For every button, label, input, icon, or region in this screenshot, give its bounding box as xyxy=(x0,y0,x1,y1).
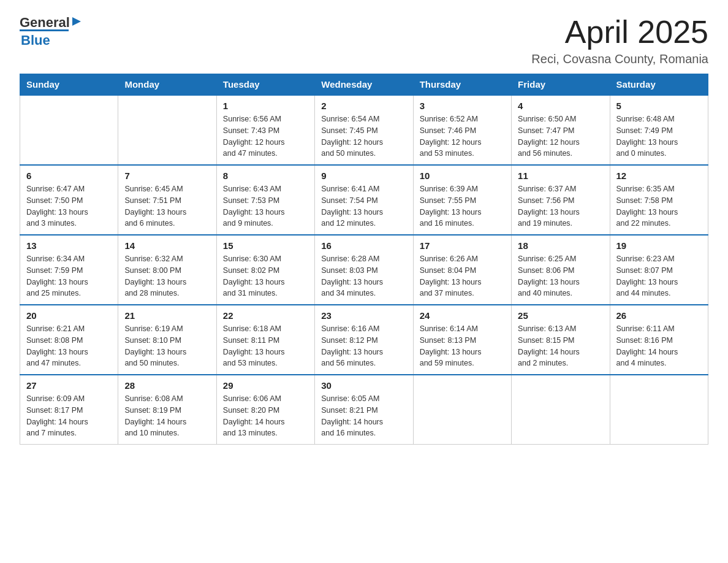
day-number: 13 xyxy=(26,240,112,251)
day-number: 12 xyxy=(616,170,702,181)
day-number: 5 xyxy=(616,101,702,111)
day-number: 27 xyxy=(26,380,112,391)
calendar-cell: 10Sunrise: 6:39 AMSunset: 7:55 PMDayligh… xyxy=(413,165,511,235)
day-info: Sunrise: 6:34 AMSunset: 7:59 PMDaylight:… xyxy=(26,253,112,299)
calendar-cell: 28Sunrise: 6:08 AMSunset: 8:19 PMDayligh… xyxy=(118,375,216,445)
day-number: 1 xyxy=(223,101,308,111)
day-info: Sunrise: 6:18 AMSunset: 8:11 PMDaylight:… xyxy=(223,323,308,369)
calendar-cell: 23Sunrise: 6:16 AMSunset: 8:12 PMDayligh… xyxy=(315,305,413,375)
calendar-cell: 3Sunrise: 6:52 AMSunset: 7:46 PMDaylight… xyxy=(413,95,511,165)
day-number: 7 xyxy=(124,170,210,181)
day-number: 16 xyxy=(321,240,406,251)
calendar-cell: 4Sunrise: 6:50 AMSunset: 7:47 PMDaylight… xyxy=(512,95,610,165)
day-number: 6 xyxy=(26,170,112,181)
day-number: 24 xyxy=(420,310,505,321)
location-subtitle: Reci, Covasna County, Romania xyxy=(531,52,708,66)
calendar-cell: 9Sunrise: 6:41 AMSunset: 7:54 PMDaylight… xyxy=(315,165,413,235)
day-number: 17 xyxy=(420,240,505,251)
calendar-cell: 13Sunrise: 6:34 AMSunset: 7:59 PMDayligh… xyxy=(20,235,118,305)
days-of-week-row: SundayMondayTuesdayWednesdayThursdayFrid… xyxy=(20,74,708,96)
day-info: Sunrise: 6:50 AMSunset: 7:47 PMDaylight:… xyxy=(518,113,603,159)
calendar-cell xyxy=(610,375,708,445)
svg-marker-0 xyxy=(72,17,81,26)
calendar-cell: 20Sunrise: 6:21 AMSunset: 8:08 PMDayligh… xyxy=(20,305,118,375)
header-tuesday: Tuesday xyxy=(216,74,314,96)
day-info: Sunrise: 6:35 AMSunset: 7:58 PMDaylight:… xyxy=(616,183,702,229)
calendar-cell: 1Sunrise: 6:56 AMSunset: 7:43 PMDaylight… xyxy=(216,95,314,165)
logo-arrow-icon xyxy=(71,15,82,31)
day-info: Sunrise: 6:25 AMSunset: 8:06 PMDaylight:… xyxy=(518,253,603,299)
title-block: April 2025 Reci, Covasna County, Romania xyxy=(531,15,708,66)
calendar-cell: 12Sunrise: 6:35 AMSunset: 7:58 PMDayligh… xyxy=(610,165,708,235)
day-info: Sunrise: 6:26 AMSunset: 8:04 PMDaylight:… xyxy=(420,253,505,299)
day-info: Sunrise: 6:28 AMSunset: 8:03 PMDaylight:… xyxy=(321,253,406,299)
day-info: Sunrise: 6:14 AMSunset: 8:13 PMDaylight:… xyxy=(420,323,505,369)
day-number: 11 xyxy=(518,170,603,181)
day-number: 19 xyxy=(616,240,702,251)
week-row-3: 13Sunrise: 6:34 AMSunset: 7:59 PMDayligh… xyxy=(20,235,708,305)
day-number: 30 xyxy=(321,380,406,391)
day-info: Sunrise: 6:21 AMSunset: 8:08 PMDaylight:… xyxy=(26,323,112,369)
day-info: Sunrise: 6:43 AMSunset: 7:53 PMDaylight:… xyxy=(223,183,308,229)
day-info: Sunrise: 6:52 AMSunset: 7:46 PMDaylight:… xyxy=(420,113,505,159)
calendar-cell: 30Sunrise: 6:05 AMSunset: 8:21 PMDayligh… xyxy=(315,375,413,445)
day-info: Sunrise: 6:05 AMSunset: 8:21 PMDaylight:… xyxy=(321,393,406,439)
calendar-cell: 11Sunrise: 6:37 AMSunset: 7:56 PMDayligh… xyxy=(512,165,610,235)
calendar-cell: 29Sunrise: 6:06 AMSunset: 8:20 PMDayligh… xyxy=(216,375,314,445)
day-number: 15 xyxy=(223,240,308,251)
header-wednesday: Wednesday xyxy=(315,74,413,96)
logo: General Blue xyxy=(20,15,83,48)
day-number: 9 xyxy=(321,170,406,181)
page-header: General Blue April 2025 Reci, Covasna Co… xyxy=(20,15,708,66)
calendar-cell: 22Sunrise: 6:18 AMSunset: 8:11 PMDayligh… xyxy=(216,305,314,375)
header-thursday: Thursday xyxy=(413,74,511,96)
day-number: 14 xyxy=(124,240,210,251)
week-row-2: 6Sunrise: 6:47 AMSunset: 7:50 PMDaylight… xyxy=(20,165,708,235)
day-number: 18 xyxy=(518,240,603,251)
day-info: Sunrise: 6:08 AMSunset: 8:19 PMDaylight:… xyxy=(124,393,210,439)
day-info: Sunrise: 6:11 AMSunset: 8:16 PMDaylight:… xyxy=(616,323,702,369)
day-number: 28 xyxy=(124,380,210,391)
day-number: 4 xyxy=(518,101,603,111)
calendar-cell: 15Sunrise: 6:30 AMSunset: 8:02 PMDayligh… xyxy=(216,235,314,305)
calendar-cell xyxy=(413,375,511,445)
week-row-1: 1Sunrise: 6:56 AMSunset: 7:43 PMDaylight… xyxy=(20,95,708,165)
day-info: Sunrise: 6:47 AMSunset: 7:50 PMDaylight:… xyxy=(26,183,112,229)
day-info: Sunrise: 6:32 AMSunset: 8:00 PMDaylight:… xyxy=(124,253,210,299)
day-number: 23 xyxy=(321,310,406,321)
day-info: Sunrise: 6:48 AMSunset: 7:49 PMDaylight:… xyxy=(616,113,702,159)
week-row-4: 20Sunrise: 6:21 AMSunset: 8:08 PMDayligh… xyxy=(20,305,708,375)
day-info: Sunrise: 6:09 AMSunset: 8:17 PMDaylight:… xyxy=(26,393,112,439)
day-info: Sunrise: 6:37 AMSunset: 7:56 PMDaylight:… xyxy=(518,183,603,229)
day-info: Sunrise: 6:13 AMSunset: 8:15 PMDaylight:… xyxy=(518,323,603,369)
header-saturday: Saturday xyxy=(610,74,708,96)
day-number: 25 xyxy=(518,310,603,321)
calendar-cell: 7Sunrise: 6:45 AMSunset: 7:51 PMDaylight… xyxy=(118,165,216,235)
week-row-5: 27Sunrise: 6:09 AMSunset: 8:17 PMDayligh… xyxy=(20,375,708,445)
header-monday: Monday xyxy=(118,74,216,96)
day-info: Sunrise: 6:06 AMSunset: 8:20 PMDaylight:… xyxy=(223,393,308,439)
calendar-cell: 24Sunrise: 6:14 AMSunset: 8:13 PMDayligh… xyxy=(413,305,511,375)
header-sunday: Sunday xyxy=(20,74,118,96)
calendar-body: 1Sunrise: 6:56 AMSunset: 7:43 PMDaylight… xyxy=(20,95,708,445)
calendar-cell: 5Sunrise: 6:48 AMSunset: 7:49 PMDaylight… xyxy=(610,95,708,165)
calendar-cell: 2Sunrise: 6:54 AMSunset: 7:45 PMDaylight… xyxy=(315,95,413,165)
day-info: Sunrise: 6:19 AMSunset: 8:10 PMDaylight:… xyxy=(124,323,210,369)
day-number: 2 xyxy=(321,101,406,111)
calendar-cell: 6Sunrise: 6:47 AMSunset: 7:50 PMDaylight… xyxy=(20,165,118,235)
calendar-cell: 17Sunrise: 6:26 AMSunset: 8:04 PMDayligh… xyxy=(413,235,511,305)
day-info: Sunrise: 6:45 AMSunset: 7:51 PMDaylight:… xyxy=(124,183,210,229)
calendar-cell xyxy=(20,95,118,165)
day-number: 22 xyxy=(223,310,308,321)
day-number: 26 xyxy=(616,310,702,321)
day-info: Sunrise: 6:56 AMSunset: 7:43 PMDaylight:… xyxy=(223,113,308,159)
calendar-table: SundayMondayTuesdayWednesdayThursdayFrid… xyxy=(20,74,708,445)
calendar-cell: 25Sunrise: 6:13 AMSunset: 8:15 PMDayligh… xyxy=(512,305,610,375)
month-title: April 2025 xyxy=(531,15,708,50)
calendar-cell: 14Sunrise: 6:32 AMSunset: 8:00 PMDayligh… xyxy=(118,235,216,305)
day-number: 20 xyxy=(26,310,112,321)
calendar-cell xyxy=(118,95,216,165)
calendar-cell: 21Sunrise: 6:19 AMSunset: 8:10 PMDayligh… xyxy=(118,305,216,375)
day-number: 10 xyxy=(420,170,505,181)
day-info: Sunrise: 6:41 AMSunset: 7:54 PMDaylight:… xyxy=(321,183,406,229)
